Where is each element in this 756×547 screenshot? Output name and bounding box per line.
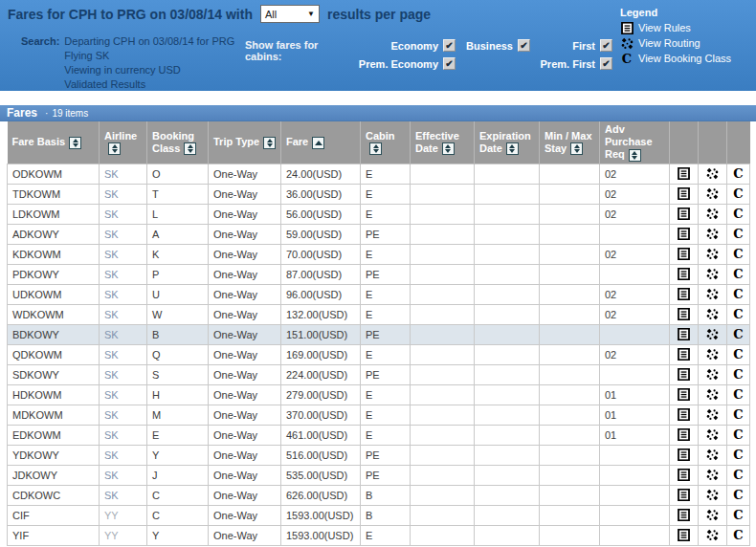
table-row[interactable]: JDKOWYSKJOne-Way535.00(USD)PEC	[8, 465, 750, 485]
airline-link[interactable]: SK	[104, 470, 119, 481]
sort-button[interactable]	[369, 142, 382, 155]
view-routing-button[interactable]	[699, 205, 726, 224]
view-booking-class-button[interactable]: C	[727, 385, 749, 405]
view-booking-class-button[interactable]: C	[727, 345, 749, 364]
airline-link[interactable]: SK	[104, 168, 119, 180]
sort-button[interactable]	[506, 142, 519, 155]
sort-button[interactable]	[108, 142, 121, 155]
view-rules-button[interactable]	[670, 164, 698, 184]
table-row[interactable]: WDKOWMSKWOne-Way132.00(USD)E02C	[8, 304, 750, 324]
view-rules-button[interactable]	[670, 225, 698, 244]
airline-link[interactable]: SK	[104, 449, 119, 461]
view-routing-button[interactable]	[699, 345, 726, 364]
view-booking-class-button[interactable]: C	[727, 426, 749, 445]
view-booking-class-button[interactable]: C	[727, 506, 749, 525]
airline-link[interactable]: SK	[104, 188, 119, 200]
view-routing-button[interactable]	[699, 385, 726, 405]
checkbox-economy[interactable]: ✔	[443, 39, 456, 52]
view-routing-button[interactable]	[699, 365, 726, 384]
table-row[interactable]: QDKOWMSKQOne-Way169.00(USD)E02C	[8, 344, 750, 364]
view-rules-button[interactable]	[670, 345, 698, 364]
table-row[interactable]: LDKOWMSKLOne-Way56.00(USD)E02C	[8, 204, 750, 224]
view-rules-button[interactable]	[670, 205, 698, 224]
view-booking-class-button[interactable]: C	[727, 446, 749, 465]
sort-ascending-icon[interactable]	[312, 137, 324, 149]
airline-link[interactable]: SK	[104, 229, 119, 240]
view-booking-class-button[interactable]: C	[727, 164, 749, 184]
airline-link[interactable]: SK	[104, 490, 119, 501]
view-routing-button[interactable]	[699, 285, 726, 304]
checkbox-business[interactable]: ✔	[518, 39, 530, 52]
airline-link[interactable]: SK	[104, 329, 119, 340]
airline-link[interactable]: SK	[104, 389, 119, 401]
view-routing-button[interactable]	[699, 225, 726, 244]
airline-link[interactable]: SK	[104, 369, 119, 381]
view-booking-class-button[interactable]: C	[727, 205, 749, 224]
table-row[interactable]: UDKOWMSKUOne-Way96.00(USD)E02C	[8, 284, 750, 304]
view-booking-class-button[interactable]: C	[727, 486, 749, 505]
view-routing-button[interactable]	[699, 506, 726, 525]
view-rules-button[interactable]	[670, 385, 698, 405]
sort-button[interactable]	[629, 149, 641, 162]
airline-link[interactable]: SK	[104, 309, 119, 320]
sort-button[interactable]	[184, 142, 196, 155]
view-routing-button[interactable]	[699, 164, 726, 184]
view-rules-button[interactable]	[670, 466, 698, 485]
airline-link[interactable]: SK	[104, 289, 119, 300]
table-row[interactable]: TDKOWMSKTOne-Way36.00(USD)E02C	[8, 184, 750, 204]
view-rules-button[interactable]	[670, 285, 698, 304]
view-routing-button[interactable]	[699, 325, 726, 344]
view-routing-button[interactable]	[699, 526, 726, 545]
checkbox-prem-first[interactable]: ✔	[600, 57, 612, 70]
table-row[interactable]: PDKOWYSKPOne-Way87.00(USD)PEC	[8, 264, 750, 284]
view-booking-class-button[interactable]: C	[727, 325, 749, 344]
view-booking-class-button[interactable]: C	[727, 225, 749, 244]
table-row[interactable]: CIFYYCOne-Way1593.00(USD)BC	[8, 505, 750, 525]
airline-link[interactable]: SK	[104, 249, 119, 260]
airline-link[interactable]: YY	[104, 530, 119, 541]
view-rules-button[interactable]	[670, 325, 698, 344]
view-rules-button[interactable]	[670, 446, 698, 465]
table-row[interactable]: SDKOWYSKSOne-Way224.00(USD)PEC	[8, 364, 750, 384]
view-rules-button[interactable]	[670, 305, 698, 324]
view-routing-button[interactable]	[699, 426, 726, 445]
sort-button[interactable]	[263, 137, 276, 149]
view-rules-button[interactable]	[670, 365, 698, 384]
view-rules-button[interactable]	[670, 245, 698, 264]
table-row[interactable]: MDKOWMSKMOne-Way370.00(USD)E01C	[8, 405, 750, 425]
airline-link[interactable]: SK	[104, 409, 119, 421]
view-rules-button[interactable]	[670, 185, 698, 204]
airline-link[interactable]: SK	[104, 349, 119, 361]
table-row[interactable]: BDKOWYSKBOne-Way151.00(USD)PEC	[8, 324, 750, 344]
view-booking-class-button[interactable]: C	[727, 365, 749, 384]
view-booking-class-button[interactable]: C	[727, 245, 749, 264]
table-row[interactable]: YIFYYYOne-Way1593.00(USD)EC	[8, 525, 750, 545]
airline-link[interactable]: SK	[104, 208, 119, 220]
view-rules-button[interactable]	[670, 265, 698, 284]
sort-button[interactable]	[69, 137, 81, 149]
view-booking-class-button[interactable]: C	[727, 466, 749, 485]
table-row[interactable]: KDKOWMSKKOne-Way70.00(USD)E02C	[8, 244, 750, 264]
checkbox-first[interactable]: ✔	[600, 39, 612, 52]
results-per-page-select[interactable]: All ▼	[260, 5, 320, 23]
view-routing-button[interactable]	[699, 486, 726, 505]
airline-link[interactable]: SK	[104, 269, 119, 280]
view-routing-button[interactable]	[699, 185, 726, 204]
view-routing-button[interactable]	[699, 305, 726, 324]
sort-button[interactable]	[442, 142, 455, 155]
view-booking-class-button[interactable]: C	[727, 305, 749, 324]
table-row[interactable]: EDKOWMSKEOne-Way461.00(USD)E01C	[8, 425, 750, 445]
view-booking-class-button[interactable]: C	[727, 405, 749, 425]
sort-button[interactable]	[570, 142, 583, 155]
view-booking-class-button[interactable]: C	[727, 285, 749, 304]
view-routing-button[interactable]	[699, 446, 726, 465]
table-row[interactable]: ADKOWYSKAOne-Way59.00(USD)PEC	[8, 224, 750, 244]
checkbox-prem-economy[interactable]: ✔	[443, 57, 456, 70]
view-rules-button[interactable]	[670, 506, 698, 525]
airline-link[interactable]: SK	[104, 429, 119, 441]
view-rules-button[interactable]	[670, 526, 698, 545]
airline-link[interactable]: YY	[104, 510, 119, 521]
table-row[interactable]: CDKOWCSKCOne-Way626.00(USD)BC	[8, 485, 750, 505]
table-row[interactable]: YDKOWYSKYOne-Way516.00(USD)PEC	[8, 445, 750, 465]
view-booking-class-button[interactable]: C	[727, 526, 749, 545]
